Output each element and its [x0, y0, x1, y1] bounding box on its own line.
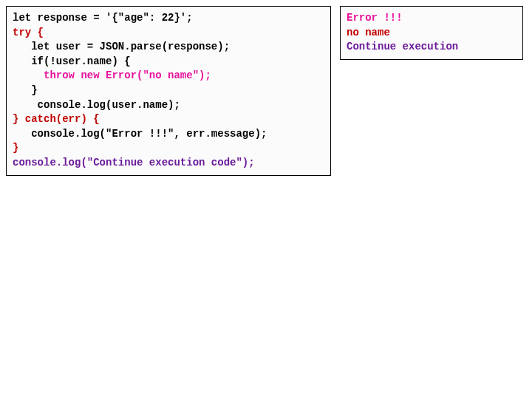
output-line: Continue execution: [347, 40, 516, 55]
code-block: let response = '{"age": 22}'; try { let …: [6, 6, 331, 176]
code-line: console.log(user.name);: [13, 98, 324, 113]
code-line: throw new Error("no name");: [13, 69, 324, 83]
output-line: no name: [347, 26, 516, 41]
code-line: console.log("Error !!!", err.message);: [13, 127, 324, 142]
code-line: } catch(err) {: [13, 112, 324, 127]
code-line: console.log("Continue execution code");: [13, 156, 324, 171]
output-line: Error !!!: [347, 11, 516, 26]
code-line: let user = JSON.parse(response);: [13, 40, 324, 55]
code-line: }: [13, 83, 324, 98]
code-line: try {: [13, 26, 324, 41]
code-line: let response = '{"age": 22}';: [13, 11, 324, 26]
output-block: Error !!! no name Continue execution: [340, 6, 523, 60]
code-line: if(!user.name) {: [13, 55, 324, 69]
code-line: }: [13, 141, 324, 156]
